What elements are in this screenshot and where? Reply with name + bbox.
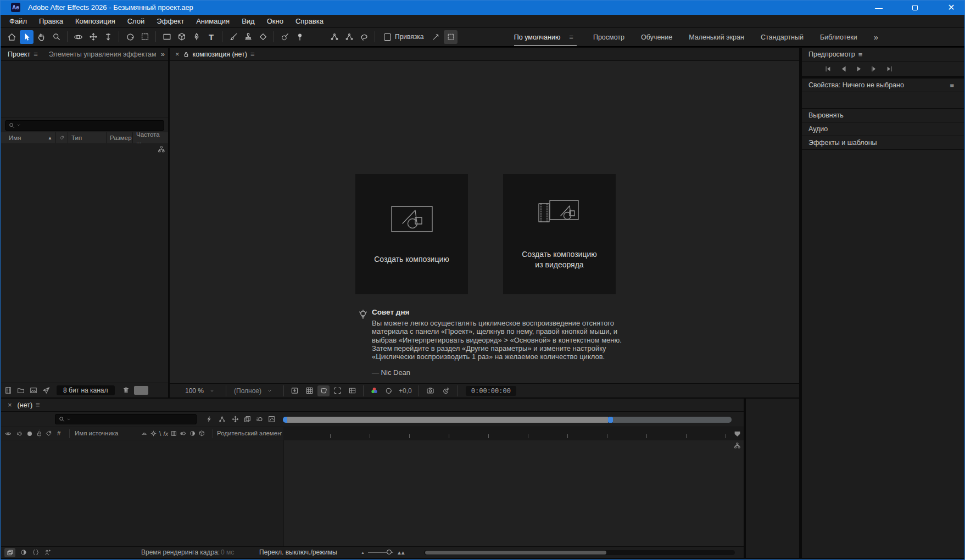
new-composition-from-footage-card[interactable]: Создать композицию из видеоряда (503, 174, 616, 294)
comp-marker-bin-icon[interactable] (733, 430, 741, 438)
fx-icon[interactable]: fx (163, 430, 168, 437)
scale-icon[interactable] (429, 30, 443, 44)
new-folder-icon[interactable] (16, 386, 25, 395)
trash-icon[interactable] (122, 386, 130, 394)
menu-layer[interactable]: Слой (121, 17, 151, 25)
graph-editor-icon[interactable] (267, 415, 276, 423)
interpret-footage-icon[interactable] (4, 386, 13, 395)
graph-toggle-icon[interactable] (20, 548, 27, 556)
motion-path-tool[interactable] (327, 30, 341, 44)
transparency-grid-icon[interactable] (305, 386, 314, 395)
previous-frame-button[interactable] (839, 65, 847, 73)
eraser-tool[interactable] (256, 30, 270, 44)
zoom-tool[interactable] (49, 30, 63, 44)
menu-edit[interactable]: Правка (33, 17, 69, 25)
parent-link-column[interactable]: Родительский элемент и... (217, 430, 282, 436)
workspace-default[interactable]: По умолчанию≡ (514, 33, 577, 41)
menu-composition[interactable]: Композиция (69, 17, 121, 25)
rotation-tool[interactable] (123, 30, 137, 44)
exposure-value[interactable]: +0,0 (399, 387, 412, 395)
layer-index-column[interactable]: # (57, 430, 60, 436)
panel-resize-chip[interactable] (134, 386, 148, 395)
selection-tool[interactable] (20, 30, 34, 44)
timeline-search-input[interactable] (71, 415, 196, 424)
time-navigator-end-handle[interactable] (608, 417, 613, 423)
lasso-tool[interactable] (357, 30, 371, 44)
braces-icon[interactable] (32, 548, 40, 556)
roto-brush-tool[interactable] (278, 30, 292, 44)
exposure-clock-icon[interactable] (442, 386, 451, 395)
expand-layers-button[interactable] (4, 548, 15, 557)
layers-copies-icon[interactable] (243, 415, 252, 423)
workspace-overflow-chevron[interactable]: » (874, 32, 878, 42)
tab-close-icon[interactable]: × (175, 50, 180, 58)
clone-stamp-tool[interactable] (241, 30, 255, 44)
menu-animation[interactable]: Анимация (190, 17, 236, 25)
channel-rgb-icon[interactable] (370, 386, 379, 395)
project-flowchart-icon[interactable] (158, 145, 165, 153)
hand-tool[interactable] (35, 30, 48, 44)
type-tool[interactable]: T (204, 30, 218, 44)
menu-file[interactable]: Файл (3, 17, 33, 25)
play-button[interactable] (855, 65, 863, 73)
workspace-standard[interactable]: Стандартный (761, 33, 804, 41)
toggle-switches-modes-button[interactable]: Перекл. выключ./режимы (259, 548, 337, 556)
chevron-down-icon[interactable] (267, 388, 272, 394)
minimize-button[interactable]: — (873, 2, 885, 14)
menu-view[interactable]: Вид (236, 17, 261, 25)
pen-tool[interactable] (189, 30, 203, 44)
bit-depth-button[interactable]: 8 бит на канал (57, 385, 115, 395)
properties-panel-header[interactable]: Свойства: Ничего не выбрано≡ (802, 79, 964, 92)
tab-project[interactable]: Проект (8, 51, 30, 58)
composition-flow-icon[interactable] (218, 415, 226, 423)
timeline-search[interactable] (55, 414, 197, 424)
new-composition-card[interactable]: Создать композицию (355, 174, 468, 294)
tab-overflow-chevron[interactable]: » (161, 50, 165, 58)
timeline-scrollbar-track[interactable] (424, 550, 735, 555)
reset-exposure-icon[interactable] (384, 387, 393, 395)
column-rate[interactable]: Частота ... (133, 132, 168, 143)
guides-icon[interactable] (348, 386, 357, 395)
motion-blur-icon[interactable] (255, 415, 264, 423)
snap-checkbox[interactable] (384, 33, 391, 41)
frame-io-icon[interactable] (42, 386, 51, 395)
motion-path-dashed-tool[interactable] (342, 30, 356, 44)
region-of-interest-icon[interactable] (333, 386, 342, 395)
new-composition-icon[interactable] (29, 386, 38, 395)
label-color-icon[interactable] (45, 430, 52, 437)
chevron-down-icon[interactable] (209, 388, 215, 394)
column-label-color[interactable] (56, 132, 68, 143)
tab-effect-controls[interactable]: Элементы управления эффектами (не (49, 51, 156, 58)
shy-icon[interactable] (141, 430, 148, 437)
tab-composition[interactable]: композиция (нет) (193, 51, 247, 58)
menu-window[interactable]: Окно (261, 17, 289, 25)
person-icon[interactable] (44, 548, 52, 556)
effects-presets-panel-header[interactable]: Эффекты и шаблоны (802, 136, 964, 150)
quality-icon[interactable]: \ (159, 430, 161, 438)
mask-visibility-icon[interactable] (317, 385, 330, 396)
timeline-zoom-slider[interactable] (368, 552, 393, 553)
snapshot-camera-icon[interactable] (426, 386, 435, 395)
pan-camera-tool[interactable] (86, 30, 100, 44)
three-d-layer-icon[interactable] (198, 430, 205, 437)
audio-panel-header[interactable]: Аудио (802, 122, 964, 136)
project-search-input[interactable] (21, 121, 164, 130)
column-type[interactable]: Тип (68, 132, 107, 143)
close-button[interactable]: ✕ (945, 2, 957, 14)
zoom-out-mountain-icon[interactable]: ▲ (361, 551, 365, 555)
column-name[interactable]: Имя▲ (1, 132, 56, 143)
frame-blend-icon[interactable] (231, 415, 239, 423)
track-area[interactable] (284, 440, 744, 546)
time-ruler[interactable] (291, 434, 727, 438)
layer-list-area[interactable] (1, 440, 283, 546)
zoom-in-mountain-icon[interactable]: ▲▲ (397, 550, 404, 556)
menu-effect[interactable]: Эффект (150, 17, 190, 25)
panel-menu-icon[interactable]: ≡ (34, 50, 38, 58)
live-update-icon[interactable] (205, 415, 213, 423)
resolution-select[interactable]: (Полное) (234, 387, 261, 395)
workspace-review[interactable]: Просмотр (593, 33, 624, 41)
workspace-learn[interactable]: Обучение (641, 33, 672, 41)
collapse-transformations-icon[interactable] (150, 430, 157, 437)
workspace-small-screen[interactable]: Маленький экран (689, 33, 744, 41)
tab-timeline[interactable]: (нет) (18, 401, 33, 409)
